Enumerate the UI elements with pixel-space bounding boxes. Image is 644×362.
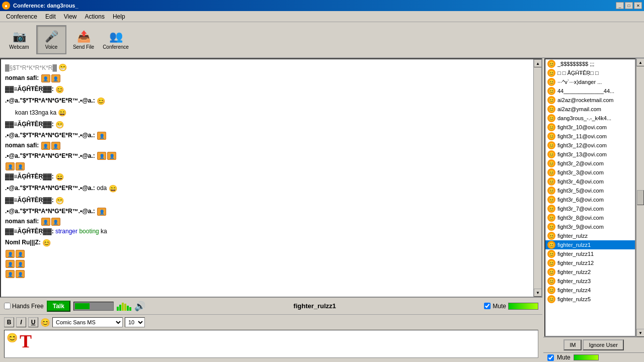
participant-name: fight3r_2@ovi.com	[557, 160, 604, 166]
participant-item[interactable]: 😊 fight3r_2@ovi.com	[545, 159, 635, 168]
toolbar: 📷 Webcam 🎤 Voice 📤 Send File 👥 Conferenc…	[0, 22, 644, 58]
chat-line: █§$T*R*K*R*K*R█ 😁	[5, 62, 529, 73]
hands-free-checkbox[interactable]	[4, 303, 11, 309]
chat-line: .•@a."$*T*R*A*N*G*E*R™.•@a.: 👤👤	[5, 151, 529, 161]
participant-name: fight3r_9@ovi.com	[557, 224, 604, 230]
chat-messages: █§$T*R*K*R*K*R█ 😁noman safi: 👤👤▓▓≡ĂĢĤŦĒŖ…	[1, 59, 533, 297]
participant-item[interactable]: 😊 fight3r_3@ovi.com	[545, 168, 635, 177]
participant-icon: 😊	[547, 132, 555, 140]
participant-item[interactable]: 😊 fighter_rulzz11	[545, 249, 635, 258]
participant-icon: 😊	[547, 196, 555, 204]
participants-scroll-down[interactable]: ▼	[636, 329, 644, 337]
participant-item[interactable]: 😊 fight3r_12@ovi.com	[545, 141, 635, 150]
scroll-up-button[interactable]: ▲	[534, 59, 542, 67]
panel-mute-checkbox[interactable]	[547, 354, 554, 361]
close-button[interactable]: ✕	[634, 2, 642, 9]
selected-user-label: fighter_rulzz1	[148, 302, 481, 310]
sendfile-button[interactable]: 📤 Send File	[68, 25, 99, 54]
participant-icon: 😊	[547, 277, 555, 285]
format-bar: B I U 😊 Arial Comic Sans MS Times New Ro…	[0, 315, 542, 330]
participants-scroll-thumb[interactable]	[637, 190, 644, 205]
input-volume-bar	[73, 302, 114, 311]
voice-button[interactable]: 🎤 Voice	[36, 25, 66, 54]
input-smiley[interactable]: 😊	[7, 332, 18, 343]
participants-scroll-up[interactable]: ▲	[636, 58, 644, 66]
text-input-area[interactable]: 😊 T	[4, 330, 538, 358]
participant-name: fight3r_5@ovi.com	[557, 188, 604, 194]
menu-help[interactable]: Help	[109, 12, 129, 21]
mute-section: Mute	[484, 303, 538, 310]
mute-label: Mute	[493, 303, 506, 310]
participant-item[interactable]: 😊 fight3r_13@ovi.com	[545, 150, 635, 159]
scroll-down-button[interactable]: ▼	[534, 289, 542, 297]
participant-item[interactable]: 😊 □ □ ĂĢĤŦĒŖ□ □	[545, 68, 635, 77]
participants-scrollbar[interactable]: ▲ ▼	[636, 58, 644, 337]
maximize-button[interactable]: □	[625, 2, 633, 9]
ignore-user-button[interactable]: Ignore User	[583, 339, 623, 350]
participant-item[interactable]: 😊 fighter_rulzz	[545, 231, 635, 240]
participant-name: fighter_rulzz	[557, 233, 588, 239]
participant-item[interactable]: 😊 fighter_rulzz4	[545, 286, 635, 295]
participant-icon: 😊	[547, 87, 555, 95]
participant-icon: 😊	[547, 187, 555, 195]
participant-icon: 😊	[547, 105, 555, 113]
underline-button[interactable]: U	[28, 317, 38, 327]
chat-line: ▓▓≡ĂĢĤŦĒŖ▓▓: 😁	[5, 119, 529, 130]
menu-conference[interactable]: Conference	[2, 12, 41, 21]
participant-item[interactable]: 😊 fight3r_6@ovi.com	[545, 195, 635, 204]
im-button[interactable]: IM	[564, 339, 582, 350]
participant-item[interactable]: 😊 dang3rous_-.-_k4k4...	[545, 114, 635, 123]
participant-name: □ □ ĂĢĤŦĒŖ□ □	[557, 70, 599, 76]
sendfile-label: Send File	[73, 44, 94, 50]
chat-scrollbar[interactable]: ▲ ▼	[533, 59, 541, 297]
participant-item[interactable]: 😊 fighter_rulzz12	[545, 258, 635, 267]
chat-line: ▓▓≡ĂĢĤŦĒŖ▓▓: 😁	[5, 195, 529, 206]
level-bar-4	[124, 304, 126, 311]
participant-item[interactable]: 😊 ···^v`···x)danger ...	[545, 77, 635, 86]
participant-item[interactable]: 😊 ai2az@ymail.com	[545, 105, 635, 114]
participant-item[interactable]: 😊 fighter_rulzz1	[545, 240, 635, 249]
participant-item[interactable]: 😊 44_____________44...	[545, 86, 635, 96]
participant-icon: 😊	[547, 286, 555, 294]
conference-button[interactable]: 👥 Conference	[101, 25, 131, 54]
level-bar-3	[122, 303, 124, 311]
title-bar: ● Conference: dang3rous_ _ □ ✕	[0, 0, 644, 11]
menu-actions[interactable]: Actions	[81, 12, 109, 21]
participant-item[interactable]: 😊 fight3r_5@ovi.com	[545, 186, 635, 195]
participant-item[interactable]: 😊 fighter_rulzz3	[545, 277, 635, 286]
panel-buttons: IM Ignore User	[543, 337, 644, 352]
participant-item[interactable]: 😊 fighter_rulzz5	[545, 295, 635, 304]
participant-item[interactable]: 😊 ai2az@rocketmail.com	[545, 96, 635, 105]
participant-item[interactable]: 😊 fight3r_4@ovi.com	[545, 177, 635, 186]
font-size-select[interactable]: 8 9 10 11 12 14	[125, 317, 145, 327]
participant-item[interactable]: 😊 fight3r_9@ovi.com	[545, 222, 635, 231]
menu-edit[interactable]: Edit	[41, 12, 60, 21]
webcam-label: Webcam	[9, 44, 29, 50]
window-title: Conference: dang3rous_	[13, 3, 616, 9]
webcam-button[interactable]: 📷 Webcam	[4, 25, 34, 54]
mute-checkbox[interactable]	[484, 303, 491, 309]
participant-item[interactable]: 😊 _$$$$$$$$$ ;;;	[545, 59, 635, 68]
participant-item[interactable]: 😊 fighter_rulzz2	[545, 267, 635, 277]
menu-view[interactable]: View	[60, 12, 81, 21]
chat-line: ▓▓≡ĂĢĤŦĒŖ▓▓: stranger booting ka	[5, 227, 529, 236]
bold-button[interactable]: B	[4, 317, 14, 327]
sound-icon[interactable]: 🔊	[134, 301, 145, 312]
talk-button[interactable]: Talk	[47, 301, 70, 312]
participant-icon: 😊	[547, 177, 555, 186]
sendfile-icon: 📤	[77, 30, 91, 43]
participant-item[interactable]: 😊 fight3r_11@ovi.com	[545, 132, 635, 141]
font-select[interactable]: Arial Comic Sans MS Times New Roman Taho…	[52, 317, 123, 327]
participant-icon: 😊	[547, 259, 555, 267]
participant-item[interactable]: 😊 fight3r_8@ovi.com	[545, 213, 635, 222]
hands-free-label: Hands Free	[12, 303, 44, 310]
participant-item[interactable]: 😊 fight3r_10@ovi.com	[545, 123, 635, 132]
level-bar-2	[119, 305, 121, 311]
italic-button[interactable]: I	[16, 317, 26, 327]
mute-level-bar	[508, 303, 538, 310]
participant-name: fight3r_4@ovi.com	[557, 178, 604, 185]
minimize-button[interactable]: _	[616, 2, 624, 9]
participant-name: fighter_rulzz5	[557, 296, 591, 302]
participant-item[interactable]: 😊 fight3r_7@ovi.com	[545, 204, 635, 213]
smiley-picker-button[interactable]: 😊	[40, 317, 50, 327]
